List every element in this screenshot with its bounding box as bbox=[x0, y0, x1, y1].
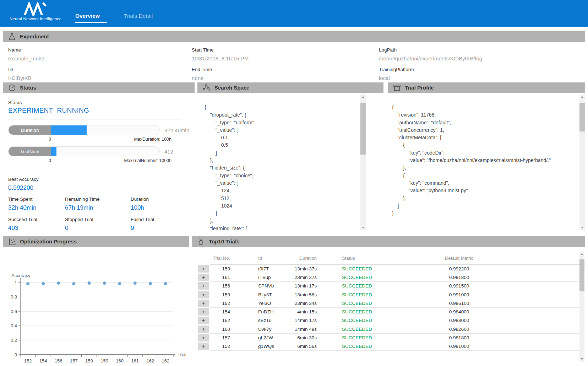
brand: Neural Network Intelligence bbox=[4, 2, 67, 21]
svg-text:154: 154 bbox=[39, 358, 47, 363]
scroll-up-arrow[interactable] bbox=[581, 96, 584, 98]
status-panel-header: Status bbox=[3, 82, 195, 93]
field-value: example_mnist bbox=[8, 55, 44, 61]
range-max: MaxDuration: 100h bbox=[134, 137, 172, 142]
stat-duration: Duration 100h bbox=[131, 197, 149, 211]
trial-no-cell: 152 bbox=[210, 342, 239, 351]
metric-cell: 0.981000 bbox=[391, 342, 528, 351]
trial-no-cell: 156 bbox=[210, 282, 239, 290]
data-point bbox=[42, 282, 45, 285]
expand-row-button[interactable]: + bbox=[198, 291, 209, 298]
optimization-progress-panel: Optimization Progress 00.20.40.60.811521… bbox=[3, 236, 189, 363]
field-value: KCiBytKB bbox=[8, 75, 44, 81]
scroll-up-arrow[interactable] bbox=[362, 96, 365, 98]
status-cell: SUCCEEDED bbox=[324, 299, 391, 307]
metric-cell: 0.992200 bbox=[391, 264, 528, 273]
scroll-up-arrow[interactable] bbox=[581, 253, 583, 255]
top10-trials-title: Top10 Trials bbox=[209, 238, 239, 244]
trialnum-progress-fill bbox=[51, 147, 56, 156]
trialnum-progress: TrialNum 412 bbox=[8, 146, 191, 156]
duration-progress-value: 32h 40min bbox=[164, 127, 189, 133]
field-value: /home/quzha/nni/experiments/KCiBytKB/log bbox=[379, 55, 482, 61]
top10-table-wrap: Trial No. Id Duration Status Default Met… bbox=[192, 252, 585, 351]
scroll-down-arrow[interactable] bbox=[581, 227, 584, 228]
table-row: +162Yel3O23min 34sSUCCEEDED0.986100 bbox=[192, 299, 585, 307]
top10-scrollbar[interactable] bbox=[579, 252, 584, 362]
duration-cell: 14min 49s bbox=[288, 325, 324, 333]
col-duration: Duration bbox=[288, 252, 324, 264]
scrollbar-thumb[interactable] bbox=[360, 103, 366, 155]
status-label: Status bbox=[8, 100, 22, 105]
table-row: +162sEzTu14min 17sSUCCEEDED0.983000 bbox=[192, 316, 585, 325]
stat-failed-trial: Failed Trial 9 bbox=[131, 217, 154, 232]
trial-profile-scrollbar[interactable] bbox=[579, 95, 585, 230]
search-space-scrollbar[interactable] bbox=[360, 95, 366, 230]
scrollbar-thumb[interactable] bbox=[579, 259, 584, 291]
stat-stopped-trial: Stopped Trial 0 bbox=[65, 217, 93, 232]
svg-text:159: 159 bbox=[100, 358, 108, 363]
range-min: 0 bbox=[49, 158, 51, 163]
field-label: LogPath bbox=[379, 47, 482, 53]
trial-id-cell: g1WQs bbox=[239, 342, 288, 351]
trial-no-cell: 162 bbox=[210, 316, 239, 325]
tab-trials-detail[interactable]: Trials Detail bbox=[124, 13, 153, 19]
expand-cell: + bbox=[192, 264, 210, 273]
field-label: Start Time bbox=[192, 47, 249, 53]
col-default-metric: Default Metric bbox=[391, 252, 528, 264]
metric-cell: 0.991500 bbox=[391, 282, 528, 290]
data-point bbox=[103, 281, 106, 285]
expand-row-button[interactable]: + bbox=[198, 317, 209, 324]
experiment-col-1: Name example_mnist ID KCiBytKB bbox=[8, 42, 44, 81]
data-point bbox=[72, 282, 75, 285]
status-cell: SUCCEEDED bbox=[324, 290, 391, 299]
trial-id-cell: Uvk7y bbox=[239, 325, 288, 333]
trial-no-cell: 161 bbox=[210, 273, 239, 281]
top10-trials-header: Top10 Trials bbox=[192, 236, 585, 247]
expand-row-button[interactable]: + bbox=[198, 265, 209, 273]
range-max: MaxTrialNumber: 10000 bbox=[124, 158, 172, 163]
top10-trials-panel: Top10 Trials Trial No. Id Duration Statu… bbox=[192, 236, 585, 363]
expand-row-button[interactable]: + bbox=[198, 300, 209, 307]
expand-row-button[interactable]: + bbox=[198, 334, 209, 341]
duration-cell: 4min 15s bbox=[288, 307, 324, 316]
optimization-progress-title: Optimization Progress bbox=[20, 238, 77, 244]
expand-row-button[interactable]: + bbox=[198, 343, 209, 350]
spacer-cell bbox=[528, 282, 585, 290]
table-row: +154FnDZH4min 15sSUCCEEDED0.984000 bbox=[192, 307, 585, 316]
data-point bbox=[87, 281, 91, 285]
expand-cell: + bbox=[192, 273, 210, 281]
table-row: +161ITVup23min 27sSUCCEEDED0.991800 bbox=[192, 273, 585, 281]
field-value: 10/31/2018, 8:16:15 PM bbox=[192, 55, 249, 61]
data-point bbox=[26, 282, 29, 285]
top10-table: Trial No. Id Duration Status Default Met… bbox=[192, 252, 585, 351]
scrollbar-thumb[interactable] bbox=[579, 103, 585, 131]
search-space-scroll-area[interactable]: { "dropout_rate": { "_type": "uniform", … bbox=[197, 93, 359, 230]
optimization-chart: 00.20.40.60.8115215415615715915916016116… bbox=[3, 247, 189, 363]
expand-row-button[interactable]: + bbox=[198, 282, 209, 290]
search-space-panel: Search Space { "dropout_rate": { "_type"… bbox=[197, 82, 383, 233]
trial-no-cell: 154 bbox=[210, 307, 239, 316]
stat-succeed-trial: Succeed Trial 403 bbox=[8, 217, 37, 232]
experiment-col-2: Start Time 10/31/2018, 8:16:15 PM End Ti… bbox=[192, 42, 249, 81]
search-space-title: Search Space bbox=[214, 85, 249, 91]
tab-overview[interactable]: Overview bbox=[75, 13, 100, 19]
trial-no-cell: 159 bbox=[210, 264, 239, 273]
scroll-down-arrow[interactable] bbox=[581, 358, 583, 360]
scroll-down-arrow[interactable] bbox=[362, 227, 365, 228]
nni-logo-icon bbox=[4, 2, 67, 16]
status-cell: SUCCEEDED bbox=[324, 273, 391, 281]
optimization-progress-header: Optimization Progress bbox=[3, 236, 189, 247]
expand-row-button[interactable]: + bbox=[198, 325, 209, 333]
trial-profile-scroll-area[interactable]: { "revision": 11768, "authorName": "defa… bbox=[388, 93, 578, 230]
svg-text:161: 161 bbox=[131, 358, 139, 363]
expand-row-button[interactable]: + bbox=[198, 308, 209, 316]
stat-remaining-time: Remaining Time 67h 19min bbox=[65, 197, 100, 211]
metric-cell: 0.983000 bbox=[391, 316, 528, 325]
expand-cell: + bbox=[192, 299, 210, 307]
data-point bbox=[149, 282, 152, 285]
expand-row-button[interactable]: + bbox=[198, 274, 209, 281]
status-panel: Status Status EXPERIMENT_RUNNING Duratio… bbox=[3, 82, 195, 233]
spacer-cell bbox=[528, 333, 585, 342]
brand-text: Neural Network Intelligence bbox=[4, 17, 67, 21]
trial-id-cell: sEzTu bbox=[239, 316, 288, 325]
